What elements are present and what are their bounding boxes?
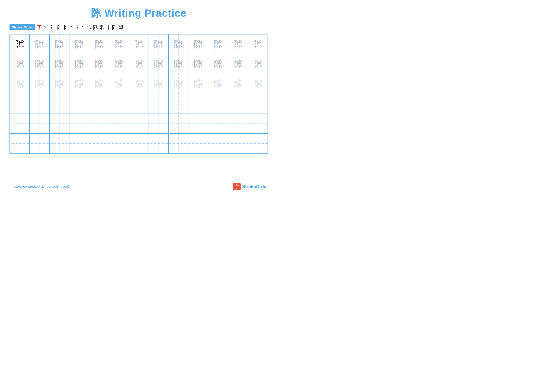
page: 隙 Writing Practice Stroke Order 了 阝 阝' 阝… — [0, 0, 278, 196]
stroke-order-badge: Stroke Order — [9, 24, 35, 30]
cell-2-10[interactable]: 隙 — [188, 54, 208, 74]
cell-6-13[interactable] — [248, 134, 268, 153]
cell-4-13[interactable] — [248, 94, 268, 114]
cell-5-10[interactable] — [188, 114, 208, 134]
cell-1-5[interactable]: 隙 — [89, 34, 109, 54]
strokeorder-logo-icon: 字 — [233, 183, 241, 190]
cell-4-3[interactable] — [50, 94, 69, 114]
cell-4-4[interactable] — [69, 94, 89, 114]
cell-4-9[interactable] — [168, 94, 188, 114]
cell-6-3[interactable] — [50, 134, 69, 153]
cell-5-7[interactable] — [129, 114, 149, 134]
char-3-4: 隙 — [75, 79, 84, 88]
char-1-2: 隙 — [35, 40, 44, 49]
cell-2-6[interactable]: 隙 — [109, 54, 129, 74]
cell-1-9[interactable]: 隙 — [168, 34, 188, 54]
cell-3-7[interactable]: 隙 — [129, 74, 149, 94]
cell-5-2[interactable] — [29, 114, 49, 134]
cell-5-1[interactable] — [10, 114, 29, 134]
cell-3-9[interactable]: 隙 — [168, 74, 188, 94]
cell-5-8[interactable] — [149, 114, 168, 134]
footer-url[interactable]: https://www.strokeorder.com/chinese/隙 — [9, 184, 71, 189]
cell-2-1[interactable]: 隙 — [10, 54, 29, 74]
cell-2-8[interactable]: 隙 — [149, 54, 168, 74]
cell-4-7[interactable] — [129, 94, 149, 114]
char-1-12: 隙 — [233, 40, 242, 49]
char-2-5: 隙 — [95, 59, 104, 69]
cell-3-8[interactable]: 隙 — [149, 74, 168, 94]
cell-2-3[interactable]: 隙 — [50, 54, 69, 74]
cell-1-13[interactable]: 隙 — [248, 34, 268, 54]
char-3-6: 隙 — [114, 79, 124, 88]
cell-2-5[interactable]: 隙 — [89, 54, 109, 74]
cell-4-11[interactable] — [208, 94, 228, 114]
cell-6-10[interactable] — [188, 134, 208, 153]
cell-5-3[interactable] — [50, 114, 69, 134]
cell-1-8[interactable]: 隙 — [149, 34, 168, 54]
cell-6-2[interactable] — [29, 134, 49, 153]
cell-1-2[interactable]: 隙 — [29, 34, 49, 54]
cell-4-6[interactable] — [109, 94, 129, 114]
char-2-3: 隙 — [55, 59, 64, 69]
cell-3-3[interactable]: 隙 — [50, 74, 69, 94]
cell-3-13[interactable]: 隙 — [248, 74, 268, 94]
cell-2-7[interactable]: 隙 — [129, 54, 149, 74]
cell-1-12[interactable]: 隙 — [228, 34, 248, 54]
cell-5-6[interactable] — [109, 114, 129, 134]
cell-6-1[interactable] — [10, 134, 29, 153]
cell-2-4[interactable]: 隙 — [69, 54, 89, 74]
cell-1-3[interactable]: 隙 — [50, 34, 69, 54]
cell-5-9[interactable] — [168, 114, 188, 134]
stroke-9: 阺 — [99, 24, 104, 31]
cell-2-13[interactable]: 隙 — [248, 54, 268, 74]
cell-6-6[interactable] — [109, 134, 129, 153]
cell-3-10[interactable]: 隙 — [188, 74, 208, 94]
cell-3-6[interactable]: 隙 — [109, 74, 129, 94]
cell-1-4[interactable]: 隙 — [69, 34, 89, 54]
cell-2-2[interactable]: 隙 — [29, 54, 49, 74]
cell-6-4[interactable] — [69, 134, 89, 153]
cell-3-2[interactable]: 隙 — [29, 74, 49, 94]
char-2-7: 隙 — [134, 59, 143, 69]
char-1-13: 隙 — [253, 40, 262, 49]
cell-5-4[interactable] — [69, 114, 89, 134]
char-3-3: 隙 — [55, 79, 64, 88]
cell-6-12[interactable] — [228, 134, 248, 153]
cell-6-7[interactable] — [129, 134, 149, 153]
cell-1-6[interactable]: 隙 — [109, 34, 129, 54]
cell-2-11[interactable]: 隙 — [208, 54, 228, 74]
cell-4-2[interactable] — [29, 94, 49, 114]
cell-3-12[interactable]: 隙 — [228, 74, 248, 94]
cell-5-12[interactable] — [228, 114, 248, 134]
cell-4-1[interactable] — [10, 94, 29, 114]
cell-5-13[interactable] — [248, 114, 268, 134]
cell-3-11[interactable]: 隙 — [208, 74, 228, 94]
cell-6-8[interactable] — [149, 134, 168, 153]
cell-1-10[interactable]: 隙 — [188, 34, 208, 54]
cell-2-12[interactable]: 隙 — [228, 54, 248, 74]
char-1-8: 隙 — [154, 40, 163, 49]
grid-row-6 — [10, 134, 268, 153]
cell-6-11[interactable] — [208, 134, 228, 153]
stroke-7: 阺 — [87, 24, 92, 31]
cell-2-9[interactable]: 隙 — [168, 54, 188, 74]
grid-row-4 — [10, 94, 268, 114]
cell-3-5[interactable]: 隙 — [89, 74, 109, 94]
cell-4-8[interactable] — [149, 94, 168, 114]
cell-5-11[interactable] — [208, 114, 228, 134]
cell-4-5[interactable] — [89, 94, 109, 114]
cell-5-5[interactable] — [89, 114, 109, 134]
cell-1-7[interactable]: 隙 — [129, 34, 149, 54]
cell-6-5[interactable] — [89, 134, 109, 153]
cell-1-11[interactable]: 隙 — [208, 34, 228, 54]
cell-3-1[interactable]: 隙 — [10, 74, 29, 94]
cell-4-10[interactable] — [188, 94, 208, 114]
cell-4-12[interactable] — [228, 94, 248, 114]
cell-6-9[interactable] — [168, 134, 188, 153]
cell-1-1[interactable]: 隙 — [10, 34, 29, 54]
cell-3-4[interactable]: 隙 — [69, 74, 89, 94]
stroke-order-row: Stroke Order 了 阝 阝' 阝' 阝㇀ 阝㇀ 阺 阺 阺 阼 阼 隙 — [9, 24, 268, 31]
char-2-12: 隙 — [233, 59, 242, 69]
char-1-11: 隙 — [213, 40, 223, 49]
grid-row-5 — [10, 114, 268, 134]
